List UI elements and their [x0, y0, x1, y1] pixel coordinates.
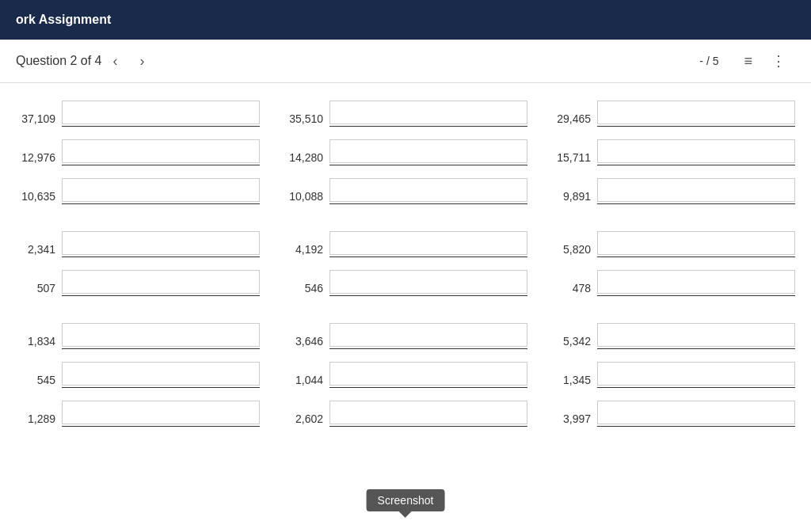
problem-underline [329, 126, 527, 127]
answer-input-p11[interactable] [329, 231, 527, 255]
problem-input-wrapper [62, 362, 260, 388]
answer-input-p4[interactable] [62, 139, 260, 163]
top-nav: ork Assignment [0, 0, 811, 40]
answer-input-p21[interactable] [597, 362, 795, 386]
problem-underline [329, 295, 527, 296]
problem-number: 2,341 [16, 243, 55, 257]
answer-input-p22[interactable] [62, 401, 260, 424]
problem-underline [62, 387, 260, 388]
answer-input-p12[interactable] [597, 231, 795, 255]
problem-input-wrapper [62, 401, 260, 427]
answer-input-p18[interactable] [597, 323, 795, 347]
problem-underline [597, 426, 795, 427]
problem-cell: 29,465 [551, 91, 795, 130]
app-title: ork Assignment [16, 13, 111, 27]
problem-number: 12,976 [16, 151, 55, 165]
problem-input-wrapper [329, 101, 527, 127]
problem-underline [62, 165, 260, 165]
answer-input-p15[interactable] [597, 270, 795, 294]
list-icon-button[interactable]: ≡ [737, 50, 759, 73]
problem-input-wrapper [597, 101, 795, 127]
problem-number: 10,088 [284, 190, 323, 204]
problem-input-wrapper [62, 270, 260, 296]
problem-number: 2,602 [284, 412, 323, 427]
answer-input-p13[interactable] [62, 270, 260, 294]
problem-number: 4,192 [284, 243, 323, 257]
row-divider [16, 299, 795, 314]
answer-input-p1[interactable] [62, 101, 260, 124]
problem-underline [597, 256, 795, 257]
problem-number: 35,510 [284, 112, 323, 127]
problem-underline [597, 165, 795, 165]
problem-cell: 37,109 [16, 91, 260, 130]
problem-number: 3,646 [284, 335, 323, 349]
problem-input-wrapper [62, 101, 260, 127]
problem-cell: 10,088 [284, 169, 527, 207]
row-divider [16, 207, 795, 222]
problem-number: 37,109 [16, 112, 55, 127]
problem-input-wrapper [62, 178, 260, 204]
answer-input-p20[interactable] [329, 362, 527, 386]
answer-input-p14[interactable] [329, 270, 527, 294]
answer-input-p16[interactable] [62, 323, 260, 347]
problem-input-wrapper [62, 231, 260, 257]
tooltip-container: Screenshot [367, 489, 445, 518]
answer-input-p17[interactable] [329, 323, 527, 347]
problem-input-wrapper [597, 323, 795, 349]
problem-cell: 14,280 [284, 130, 527, 169]
problem-underline [329, 256, 527, 257]
problem-cell: 1,044 [284, 352, 527, 391]
answer-input-p19[interactable] [62, 362, 260, 386]
problem-input-wrapper [329, 270, 527, 296]
problem-underline [597, 387, 795, 388]
problem-cell: 478 [551, 260, 795, 299]
tooltip-arrow [399, 511, 412, 518]
answer-input-p23[interactable] [329, 401, 527, 424]
prev-button[interactable]: ‹ [105, 50, 126, 73]
problem-number: 5,820 [551, 243, 591, 257]
problem-number: 1,345 [551, 374, 591, 388]
problem-input-wrapper [597, 362, 795, 388]
page-indicator: - / 5 [699, 55, 718, 67]
problem-underline [597, 203, 795, 204]
problem-cell: 3,646 [284, 314, 527, 352]
problem-underline [62, 256, 260, 257]
answer-input-p3[interactable] [597, 101, 795, 124]
problem-cell: 4,192 [284, 222, 527, 260]
question-label: Question 2 of 4 [16, 54, 102, 68]
problem-number: 14,280 [284, 151, 323, 165]
problem-input-wrapper [597, 139, 795, 165]
problem-underline [597, 295, 795, 296]
problem-input-wrapper [597, 401, 795, 427]
problem-cell: 1,345 [551, 352, 795, 391]
answer-input-p10[interactable] [62, 231, 260, 255]
problem-cell: 9,891 [551, 169, 795, 207]
answer-input-p7[interactable] [62, 178, 260, 202]
problem-underline [62, 126, 260, 127]
answer-input-p8[interactable] [329, 178, 527, 202]
problem-cell: 507 [16, 260, 260, 299]
problem-cell: 546 [284, 260, 527, 299]
problem-cell: 545 [16, 352, 260, 391]
problem-number: 1,044 [284, 374, 323, 388]
problem-cell: 35,510 [284, 91, 527, 130]
problem-number: 5,342 [551, 335, 591, 349]
answer-input-p5[interactable] [329, 139, 527, 163]
problem-number: 15,711 [551, 151, 591, 165]
problem-input-wrapper [597, 270, 795, 296]
answer-input-p2[interactable] [329, 101, 527, 124]
answer-input-p6[interactable] [597, 139, 795, 163]
answer-input-p9[interactable] [597, 178, 795, 202]
problem-number: 507 [16, 282, 55, 296]
problem-cell: 5,820 [551, 222, 795, 260]
problem-cell: 5,342 [551, 314, 795, 352]
problem-underline [597, 126, 795, 127]
problem-input-wrapper [62, 323, 260, 349]
problem-underline [329, 426, 527, 427]
next-button[interactable]: › [132, 50, 153, 73]
problem-cell: 2,341 [16, 222, 260, 260]
problem-cell: 2,602 [284, 391, 527, 430]
answer-input-p24[interactable] [597, 401, 795, 424]
more-options-button[interactable]: ⋮ [765, 49, 792, 73]
problem-underline [62, 426, 260, 427]
